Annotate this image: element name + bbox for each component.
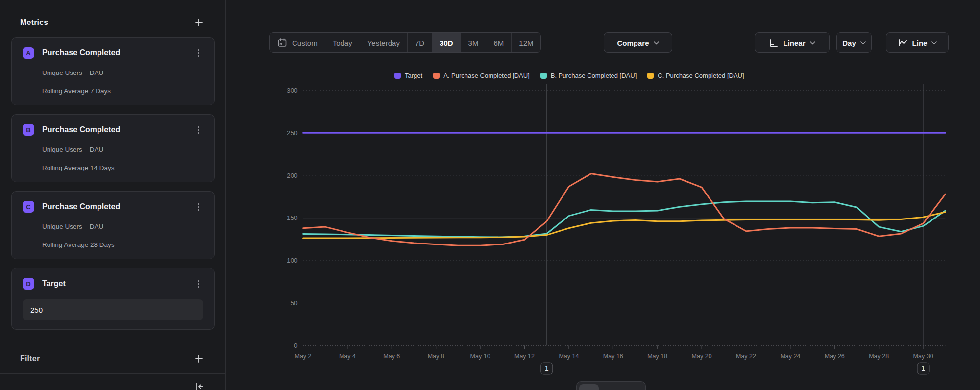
chart-display-toggle: [576, 381, 646, 390]
metric-options-kebab-icon[interactable]: [194, 124, 203, 135]
display-split-button[interactable]: [622, 384, 642, 390]
svg-text:250: 250: [287, 129, 298, 137]
display-table-button[interactable]: [601, 384, 620, 390]
metric-transform[interactable]: Rolling Average 7 Days: [42, 87, 203, 95]
plus-icon: [195, 354, 203, 363]
metric-transform[interactable]: Rolling Average 14 Days: [42, 164, 203, 172]
svg-text:150: 150: [287, 214, 298, 221]
metric-letter-badge: D: [23, 278, 34, 290]
metrics-title: Metrics: [20, 18, 48, 27]
target-title: Target: [42, 279, 194, 288]
svg-text:May 16: May 16: [603, 353, 623, 360]
svg-text:May 10: May 10: [470, 353, 490, 360]
metric-title: Purchase Completed: [42, 125, 194, 134]
svg-text:May 14: May 14: [559, 353, 579, 360]
metric-transform[interactable]: Rolling Average 28 Days: [42, 241, 203, 249]
metric-letter-badge: B: [23, 124, 34, 136]
collapse-sidebar-button[interactable]: [194, 381, 206, 390]
svg-text:May 28: May 28: [869, 353, 889, 360]
metric-measure[interactable]: Unique Users – DAU: [42, 146, 203, 154]
svg-text:50: 50: [290, 299, 297, 307]
metric-title: Purchase Completed: [42, 202, 194, 211]
metrics-sidebar: Metrics A Purchase Completed Unique User…: [0, 0, 226, 390]
add-filter-button[interactable]: [193, 352, 205, 365]
svg-text:May 8: May 8: [428, 353, 444, 360]
target-value-input[interactable]: [23, 299, 203, 320]
metric-card-c[interactable]: C Purchase Completed Unique Users – DAU …: [11, 191, 215, 259]
svg-text:1: 1: [545, 365, 549, 372]
filter-title: Filter: [20, 354, 40, 363]
metric-title: Purchase Completed: [42, 49, 194, 57]
metric-card-a[interactable]: A Purchase Completed Unique Users – DAU …: [11, 37, 215, 105]
filter-header: Filter: [20, 353, 205, 364]
metric-letter-badge: A: [23, 47, 34, 59]
target-card[interactable]: D Target: [11, 268, 215, 330]
metric-card-header: C Purchase Completed: [23, 201, 203, 213]
metric-card-header: A Purchase Completed: [23, 47, 203, 59]
chart-panel: Custom Today Yesterday 7D 30D 3M 6M 12M …: [226, 0, 980, 390]
svg-text:May 20: May 20: [692, 353, 712, 360]
svg-text:May 24: May 24: [780, 353, 800, 360]
sidebar-divider: [0, 373, 225, 374]
metric-card-header: B Purchase Completed: [23, 124, 203, 136]
metric-options-kebab-icon[interactable]: [194, 201, 203, 212]
svg-text:May 4: May 4: [339, 353, 356, 360]
display-chart-button[interactable]: [579, 384, 599, 390]
metric-card-header: D Target: [23, 278, 203, 290]
svg-text:May 6: May 6: [383, 353, 400, 360]
add-metric-button[interactable]: [193, 16, 205, 29]
svg-text:May 12: May 12: [514, 353, 535, 360]
metric-card-b[interactable]: B Purchase Completed Unique Users – DAU …: [11, 114, 215, 182]
collapse-left-icon: [195, 382, 205, 390]
svg-text:May 26: May 26: [825, 353, 845, 360]
plus-icon: [195, 18, 203, 27]
line-chart[interactable]: 050100150200250300May 2May 4May 6May 8Ma…: [226, 0, 980, 390]
metric-letter-badge: C: [23, 201, 34, 213]
metric-measure[interactable]: Unique Users – DAU: [42, 69, 203, 77]
svg-text:May 18: May 18: [647, 353, 667, 360]
app-window: Metrics A Purchase Completed Unique User…: [0, 0, 980, 390]
metrics-header: Metrics: [20, 17, 205, 28]
svg-text:0: 0: [294, 342, 298, 349]
svg-text:100: 100: [287, 257, 298, 264]
metric-options-kebab-icon[interactable]: [194, 48, 203, 58]
svg-text:200: 200: [287, 172, 298, 179]
svg-text:May 22: May 22: [736, 353, 756, 360]
svg-text:May 30: May 30: [913, 353, 933, 360]
svg-text:May 2: May 2: [294, 353, 311, 360]
metric-options-kebab-icon[interactable]: [194, 278, 203, 289]
svg-text:1: 1: [921, 365, 925, 372]
metric-measure[interactable]: Unique Users – DAU: [42, 222, 203, 231]
svg-text:300: 300: [287, 87, 298, 94]
